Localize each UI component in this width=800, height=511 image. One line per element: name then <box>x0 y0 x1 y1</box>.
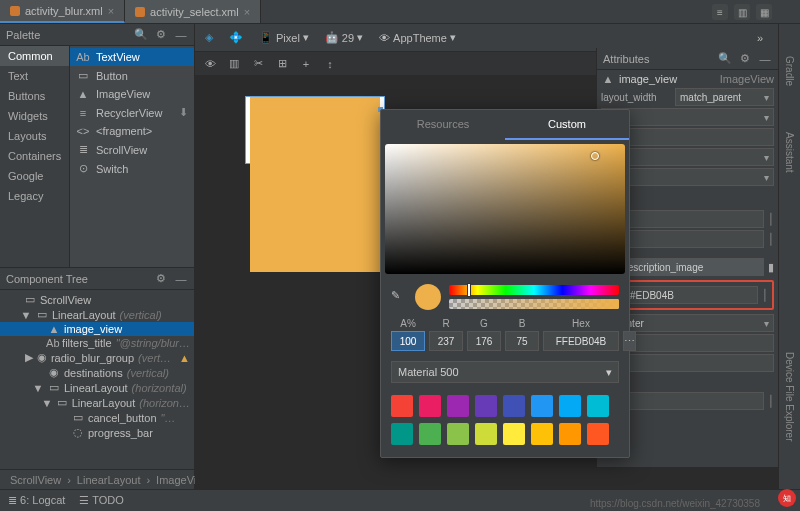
palette-header: Palette 🔍 ⚙ — <box>0 24 194 46</box>
hex-input[interactable] <box>543 331 619 351</box>
close-icon[interactable]: × <box>244 6 250 18</box>
r-input[interactable] <box>429 331 463 351</box>
gradient-cursor[interactable] <box>591 152 599 160</box>
picker-more-button[interactable]: ⋯ <box>623 331 636 351</box>
tree-row[interactable]: ▭ScrollView <box>0 292 194 307</box>
tree-row[interactable]: ▼▭LinearLayout (horizontal) <box>0 380 194 395</box>
tab-activity-select[interactable]: activity_select.xml × <box>125 0 261 23</box>
tree-row[interactable]: ▼▭LinearLayout (vertical) <box>0 307 194 322</box>
search-icon[interactable]: 🔍 <box>718 52 732 66</box>
breadcrumb-item[interactable]: LinearLayout <box>77 474 141 486</box>
minimize-icon[interactable]: — <box>174 28 188 42</box>
attr-id: image_view <box>619 73 677 85</box>
palette-item-recyclerview[interactable]: ≡RecyclerView⬇ <box>70 103 194 122</box>
component-tree[interactable]: ▭ScrollView▼▭LinearLayout (vertical)▲ima… <box>0 290 194 469</box>
theme-selector[interactable]: 👁 AppTheme ▾ <box>375 29 460 46</box>
palette-item-fragment[interactable]: <><fragment> <box>70 122 194 140</box>
color-swatch[interactable] <box>475 395 497 417</box>
blueprint-icon[interactable]: ▥ <box>227 57 241 71</box>
design-view-icon[interactable]: ◈ <box>201 29 217 46</box>
palette-item-switch[interactable]: ⊙Switch <box>70 159 194 178</box>
category-widgets[interactable]: Widgets <box>0 106 69 126</box>
palette-item-textview[interactable]: AbTextView <box>70 48 194 66</box>
color-swatch[interactable] <box>419 395 441 417</box>
color-swatch[interactable] <box>531 395 553 417</box>
breadcrumb-item[interactable]: ScrollView <box>10 474 61 486</box>
gutter-assistant[interactable]: Assistant <box>784 128 795 177</box>
tree-row[interactable]: Abfilters_title "@string/blur… <box>0 336 194 350</box>
tree-row[interactable]: ◉destinations (vertical) <box>0 365 194 380</box>
tree-row[interactable]: ◌progress_bar <box>0 425 194 440</box>
tree-row[interactable]: ▲image_view <box>0 322 194 336</box>
api-selector[interactable]: 🤖 29 ▾ <box>321 29 367 46</box>
default-margins-icon[interactable]: ⊞ <box>275 57 289 71</box>
picker-tab-custom[interactable]: Custom <box>505 110 629 140</box>
hue-handle[interactable] <box>467 283 471 297</box>
color-swatch[interactable] <box>447 423 469 445</box>
color-swatch[interactable] <box>503 395 525 417</box>
device-preview[interactable]: Select Blur Amount ◉ A little blurred ○ … <box>245 96 385 164</box>
bottom-logcat[interactable]: ≣ 6: Logcat <box>8 494 65 507</box>
hue-slider[interactable] <box>449 285 619 295</box>
color-swatch[interactable] <box>587 395 609 417</box>
add-icon[interactable]: + <box>299 57 313 71</box>
alpha-input[interactable] <box>391 331 425 351</box>
b-input[interactable] <box>505 331 539 351</box>
autoconnect-icon[interactable]: ✂ <box>251 57 265 71</box>
category-containers[interactable]: Containers <box>0 146 69 166</box>
material-palette-select[interactable]: Material 500▾ <box>391 361 619 383</box>
gutter-device-explorer[interactable]: Device File Explorer <box>784 348 795 445</box>
code-view-icon[interactable]: ≡ <box>712 4 728 20</box>
alpha-slider[interactable] <box>449 299 619 309</box>
color-swatch[interactable] <box>559 423 581 445</box>
color-swatch[interactable] <box>391 395 413 417</box>
category-google[interactable]: Google <box>0 166 69 186</box>
collapse-icon[interactable]: ↕ <box>323 57 337 71</box>
attr-field-layout-width[interactable]: match_parent▾ <box>675 88 774 106</box>
gutter-gradle[interactable]: Gradle <box>784 52 795 90</box>
color-swatch[interactable] <box>475 423 497 445</box>
device-selector[interactable]: 📱 Pixel ▾ <box>255 29 313 46</box>
gear-icon[interactable]: ⚙ <box>738 52 752 66</box>
gear-icon[interactable]: ⚙ <box>154 272 168 286</box>
bottom-todo[interactable]: ☰ TODO <box>79 494 123 507</box>
download-icon[interactable]: ⬇ <box>179 106 188 119</box>
color-swatch[interactable] <box>559 395 581 417</box>
preview-image[interactable] <box>250 97 380 272</box>
editor-tabs: activity_blur.xml × activity_select.xml … <box>0 0 800 24</box>
saturation-value-picker[interactable] <box>385 144 625 274</box>
category-text[interactable]: Text <box>0 66 69 86</box>
color-swatch[interactable] <box>587 423 609 445</box>
eyedropper-icon[interactable]: ✎ <box>391 289 407 305</box>
color-swatch[interactable] <box>447 395 469 417</box>
minimize-icon[interactable]: — <box>174 272 188 286</box>
close-icon[interactable]: × <box>108 5 114 17</box>
category-buttons[interactable]: Buttons <box>0 86 69 106</box>
eye-icon[interactable]: 👁 <box>203 57 217 71</box>
search-icon[interactable]: 🔍 <box>134 28 148 42</box>
tree-row[interactable]: ▶◉radio_blur_group (vert…▲ <box>0 350 194 365</box>
design-view-icon[interactable]: ▦ <box>756 4 772 20</box>
orientation-icon[interactable]: 💠 <box>225 29 247 46</box>
tree-row[interactable]: ▭cancel_button "… <box>0 410 194 425</box>
split-view-icon[interactable]: ▥ <box>734 4 750 20</box>
palette-item-imageview[interactable]: ▲ImageView <box>70 85 194 103</box>
minimize-icon[interactable]: — <box>758 52 772 66</box>
more-icon[interactable]: » <box>753 30 767 46</box>
xml-file-icon <box>135 7 145 17</box>
color-swatch[interactable] <box>503 423 525 445</box>
tree-row[interactable]: ▼▭LinearLayout (horizon… <box>0 395 194 410</box>
category-common[interactable]: Common <box>0 46 69 66</box>
gear-icon[interactable]: ⚙ <box>154 28 168 42</box>
category-legacy[interactable]: Legacy <box>0 186 69 206</box>
palette-item-scrollview[interactable]: ≣ScrollView <box>70 140 194 159</box>
color-swatch[interactable] <box>531 423 553 445</box>
watermark-text: https://blog.csdn.net/weixin_42730358 <box>590 498 760 509</box>
category-layouts[interactable]: Layouts <box>0 126 69 146</box>
g-input[interactable] <box>467 331 501 351</box>
color-swatch[interactable] <box>391 423 413 445</box>
color-swatch[interactable] <box>419 423 441 445</box>
tab-activity-blur[interactable]: activity_blur.xml × <box>0 0 125 23</box>
picker-tab-resources[interactable]: Resources <box>381 110 505 140</box>
palette-item-button[interactable]: ▭Button <box>70 66 194 85</box>
